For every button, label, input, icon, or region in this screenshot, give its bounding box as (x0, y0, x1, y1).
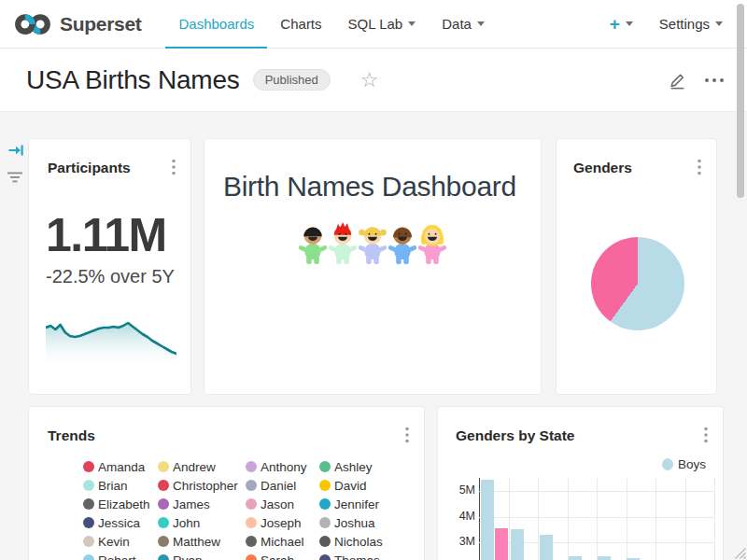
legend-label: Ryan (173, 553, 203, 560)
chart-options-button[interactable] (405, 427, 409, 447)
legend-dot-icon (319, 517, 331, 528)
chart-options-button[interactable] (704, 427, 708, 447)
legend-item-elizabeth[interactable]: Elizabeth (83, 497, 158, 511)
nav-item-sql-lab[interactable]: SQL Lab (335, 0, 430, 49)
legend-item-ashley[interactable]: Ashley (319, 460, 413, 474)
legend-dot-icon (246, 554, 257, 560)
big-number-value: 1.11M (46, 208, 166, 262)
legend-label: Joseph (261, 516, 302, 530)
kebab-menu-icon (172, 159, 176, 175)
legend-label: Joshua (334, 516, 375, 530)
legend-item-james[interactable]: James (158, 497, 246, 511)
legend-dot-icon (83, 498, 94, 510)
chevron-down-icon (715, 21, 723, 26)
nav-item-label: Charts (280, 16, 321, 32)
chart-options-button[interactable] (172, 159, 176, 179)
legend-label: Amanda (98, 460, 145, 474)
legend-item-matthew[interactable]: Matthew (158, 535, 246, 549)
legend-item-jennifer[interactable]: Jennifer (319, 497, 413, 511)
legend-label: Matthew (173, 535, 220, 549)
legend-item-anthony[interactable]: Anthony (246, 460, 319, 474)
legend-dot-icon (158, 536, 169, 547)
bar-boys[interactable] (598, 556, 611, 560)
new-item-button[interactable]: + (610, 15, 633, 33)
legend-label: Nicholas (334, 535, 383, 549)
legend-item-daniel[interactable]: Daniel (246, 479, 319, 493)
legend-dot-icon (319, 554, 331, 560)
legend-dot-icon (83, 554, 94, 560)
chart-title: Participants (48, 160, 131, 176)
legend-label: Robert (98, 553, 136, 560)
legend-item-thomas[interactable]: Thomas (319, 553, 413, 560)
chart-title: Genders (573, 160, 632, 176)
legend-dot-icon (246, 517, 257, 528)
legend-item-amanda[interactable]: Amanda (83, 460, 158, 474)
legend-item-brian[interactable]: Brian (83, 479, 158, 493)
favorite-star-icon[interactable]: ☆ (360, 70, 379, 91)
big-number-subheader: -22.5% over 5Y (46, 266, 175, 287)
legend-item-joshua[interactable]: Joshua (319, 516, 413, 530)
legend-dot-icon (158, 517, 169, 528)
legend-item-john[interactable]: John (158, 516, 246, 530)
published-badge[interactable]: Published (253, 69, 331, 91)
legend-dot-icon (319, 498, 331, 510)
edit-dashboard-button[interactable] (668, 70, 687, 90)
gridline-vertical (714, 478, 715, 560)
bar-girls[interactable] (495, 528, 508, 560)
legend-item-david[interactable]: David (319, 479, 413, 493)
card-genders-by-state: Genders by State Boys 5M 4M 3M (437, 406, 724, 560)
legend-item-boys[interactable]: Boys (662, 457, 706, 471)
legend-label: Jason (261, 497, 294, 511)
nav-item-data[interactable]: Data (429, 0, 498, 49)
chart-title: Trends (48, 427, 95, 444)
bar-boys[interactable] (540, 535, 553, 560)
legend-item-nicholas[interactable]: Nicholas (319, 535, 413, 549)
nav-right: + Settings (610, 15, 747, 33)
kebab-menu-icon (704, 427, 708, 443)
legend-label: Elizabeth (98, 497, 150, 511)
markdown-heading: Birth Names Dashboard (223, 171, 524, 203)
legend-item-andrew[interactable]: Andrew (158, 460, 246, 474)
bar-boys[interactable] (569, 556, 582, 560)
sparkline-area (46, 323, 176, 367)
genders-pie-chart[interactable] (591, 237, 684, 330)
legend-item-christopher[interactable]: Christopher (158, 479, 246, 493)
legend-dot-icon (246, 498, 257, 510)
legend-item-sarah[interactable]: Sarah (246, 553, 319, 560)
header-actions (668, 70, 725, 90)
filter-icon (7, 171, 23, 184)
child-emoji-icon (416, 221, 448, 266)
vertical-scrollbar-thumb[interactable] (737, 4, 744, 198)
legend-item-michael[interactable]: Michael (246, 535, 319, 549)
legend-dot-icon (83, 536, 94, 547)
legend-item-joseph[interactable]: Joseph (246, 516, 319, 530)
superset-logo[interactable]: Superset (0, 11, 154, 37)
nav-item-dashboards[interactable]: Dashboards (165, 0, 267, 49)
legend-dot-icon (83, 461, 94, 472)
legend-item-kevin[interactable]: Kevin (83, 535, 158, 549)
legend-item-jason[interactable]: Jason (246, 497, 319, 511)
legend-dot-icon (662, 458, 673, 470)
legend-dot-icon (158, 498, 169, 510)
legend-item-robert[interactable]: Robert (83, 553, 158, 560)
legend-label: Thomas (334, 553, 380, 560)
legend-dot-icon (246, 461, 257, 472)
bar-boys[interactable] (511, 529, 524, 560)
settings-menu[interactable]: Settings (659, 16, 723, 32)
chart-options-button[interactable] (698, 159, 701, 179)
legend-dot-icon (319, 536, 331, 547)
more-actions-button[interactable] (704, 77, 725, 83)
resize-handle[interactable] (734, 546, 746, 560)
filter-list-button[interactable] (7, 171, 23, 188)
expand-filter-bar-button[interactable] (7, 142, 24, 162)
nav-item-label: Dashboards (178, 16, 254, 32)
bar-boys[interactable] (481, 480, 494, 560)
legend-label: Ashley (334, 460, 373, 474)
pencil-icon (668, 70, 687, 90)
card-markdown: Birth Names Dashboard (204, 138, 542, 395)
legend-item-ryan[interactable]: Ryan (158, 553, 246, 560)
legend-item-jessica[interactable]: Jessica (83, 516, 158, 530)
dashboard-header: USA Births Names Published ☆ (0, 49, 747, 112)
y-axis-tick: 4M (445, 510, 475, 523)
nav-item-charts[interactable]: Charts (267, 0, 334, 49)
